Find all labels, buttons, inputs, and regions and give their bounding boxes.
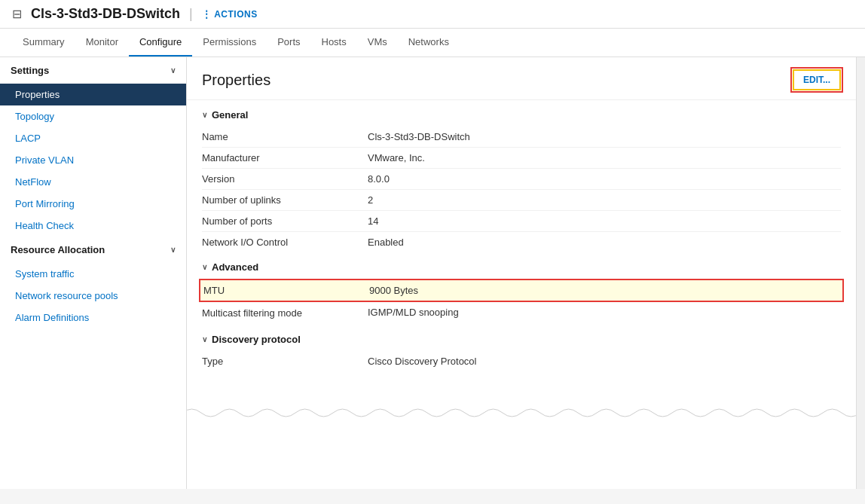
actions-dots-icon: ⋮	[202, 9, 212, 20]
sidebar-item-system-traffic[interactable]: System traffic	[0, 263, 186, 285]
prop-value-multicast: IGMP/MLD snooping	[368, 307, 459, 320]
sidebar-item-topology[interactable]: Topology	[0, 105, 186, 127]
prop-value-type: Cisco Discovery Protocol	[368, 356, 477, 367]
prop-row-ports: Number of ports 14	[202, 211, 841, 232]
resource-allocation-chevron-icon: ∨	[170, 246, 176, 254]
sidebar: Settings ∨ Properties Topology LACP Priv…	[0, 57, 187, 489]
prop-label-ports: Number of ports	[202, 215, 368, 227]
settings-chevron-icon: ∨	[170, 66, 176, 75]
advanced-section: ∨ Advanced MTU 9000 Bytes Multicast filt…	[187, 252, 856, 325]
tab-summary[interactable]: Summary	[12, 29, 75, 57]
general-section-header[interactable]: ∨ General	[202, 100, 841, 127]
settings-label: Settings	[11, 65, 49, 76]
wavy-decoration	[187, 402, 856, 424]
prop-label-type: Type	[202, 356, 368, 367]
edit-button[interactable]: EDIT...	[793, 69, 841, 90]
sidebar-item-port-mirroring[interactable]: Port Mirroring	[0, 193, 186, 215]
prop-row-version: Version 8.0.0	[202, 169, 841, 190]
prop-value-name: Cls-3-Std3-DB-DSwitch	[368, 131, 470, 142]
actions-button[interactable]: ⋮ ACTIONS	[202, 9, 258, 20]
prop-label-uplinks: Number of uplinks	[202, 194, 368, 206]
prop-value-nioc: Enabled	[368, 237, 404, 248]
sidebar-item-private-vlan[interactable]: Private VLAN	[0, 149, 186, 171]
nav-tabs: Summary Monitor Configure Permissions Po…	[0, 29, 865, 57]
sidebar-item-netflow[interactable]: NetFlow	[0, 171, 186, 193]
discovery-chevron-icon: ∨	[202, 335, 207, 344]
tab-monitor[interactable]: Monitor	[75, 29, 129, 57]
prop-row-multicast: Multicast filtering mode IGMP/MLD snoopi…	[202, 302, 841, 325]
prop-value-uplinks: 2	[368, 194, 373, 206]
header: ⊟ Cls-3-Std3-DB-DSwitch | ⋮ ACTIONS	[0, 0, 865, 29]
prop-label-mtu: MTU	[203, 285, 369, 296]
tab-networks[interactable]: Networks	[398, 29, 460, 57]
tab-vms[interactable]: VMs	[357, 29, 398, 57]
discovery-section: ∨ Discovery protocol Type Cisco Discover…	[187, 325, 856, 371]
sidebar-item-properties[interactable]: Properties	[0, 84, 186, 105]
sidebar-item-lacp[interactable]: LACP	[0, 127, 186, 149]
prop-label-name: Name	[202, 131, 368, 142]
tab-configure[interactable]: Configure	[129, 29, 192, 57]
tab-ports[interactable]: Ports	[267, 29, 310, 57]
properties-header: Properties EDIT...	[187, 57, 856, 100]
advanced-section-label: Advanced	[212, 261, 258, 273]
prop-value-mtu: 9000 Bytes	[369, 285, 418, 296]
tab-hosts[interactable]: Hosts	[311, 29, 357, 57]
prop-row-manufacturer: Manufacturer VMware, Inc.	[202, 148, 841, 169]
prop-label-nioc: Network I/O Control	[202, 237, 368, 248]
advanced-section-header[interactable]: ∨ Advanced	[202, 252, 841, 279]
prop-row-nioc: Network I/O Control Enabled	[202, 232, 841, 252]
prop-row-name: Name Cls-3-Std3-DB-DSwitch	[202, 127, 841, 148]
scrollbar-track[interactable]	[856, 57, 865, 489]
content-area: Properties EDIT... ∨ General Name Cls-3-…	[187, 57, 856, 489]
prop-row-uplinks: Number of uplinks 2	[202, 190, 841, 211]
resource-allocation-section-header[interactable]: Resource Allocation ∨	[0, 237, 186, 263]
prop-label-manufacturer: Manufacturer	[202, 152, 368, 163]
settings-section-header[interactable]: Settings ∨	[0, 57, 186, 84]
discovery-section-label: Discovery protocol	[212, 334, 301, 345]
divider: |	[189, 6, 193, 22]
actions-label: ACTIONS	[214, 9, 258, 20]
prop-value-manufacturer: VMware, Inc.	[368, 152, 425, 163]
prop-label-version: Version	[202, 173, 368, 185]
prop-row-mtu: MTU 9000 Bytes	[199, 279, 844, 302]
sidebar-item-network-resource-pools[interactable]: Network resource pools	[0, 285, 186, 307]
prop-label-multicast: Multicast filtering mode	[202, 307, 368, 320]
sidebar-item-health-check[interactable]: Health Check	[0, 215, 186, 237]
page-title: Cls-3-Std3-DB-DSwitch	[31, 6, 180, 22]
switch-icon: ⊟	[12, 7, 22, 21]
general-chevron-icon: ∨	[202, 111, 207, 119]
sidebar-item-alarm-definitions[interactable]: Alarm Definitions	[0, 307, 186, 328]
prop-value-ports: 14	[368, 215, 378, 227]
tab-permissions[interactable]: Permissions	[192, 29, 267, 57]
prop-row-type: Type Cisco Discovery Protocol	[202, 351, 841, 371]
advanced-chevron-icon: ∨	[202, 263, 207, 271]
discovery-section-header[interactable]: ∨ Discovery protocol	[202, 325, 841, 351]
general-section: ∨ General Name Cls-3-Std3-DB-DSwitch Man…	[187, 100, 856, 252]
properties-title: Properties	[202, 72, 271, 89]
prop-value-version: 8.0.0	[368, 173, 390, 185]
main-layout: Settings ∨ Properties Topology LACP Priv…	[0, 57, 865, 489]
resource-allocation-label: Resource Allocation	[11, 244, 105, 255]
general-section-label: General	[212, 109, 248, 121]
